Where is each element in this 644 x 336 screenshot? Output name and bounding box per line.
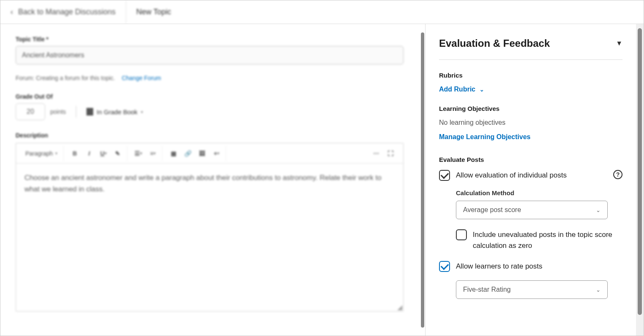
topic-title-label: Topic Title * — [16, 36, 409, 43]
back-to-manage-link[interactable]: ‹ Back to Manage Discussions — [0, 0, 126, 24]
chevron-down-icon: ▾ — [55, 151, 57, 156]
no-objectives-text: No learning objectives — [439, 119, 622, 126]
divider — [76, 106, 76, 118]
description-editor: Paragraph ▾ B I U▾ ✎ ☰▾ ≡▾ — [16, 143, 404, 312]
forum-text: Forum: Creating a forum for this topic. — [16, 75, 115, 81]
rating-scheme-select[interactable]: Five-star Rating ⌄ — [456, 280, 608, 299]
grade-out-of-label: Grade Out Of — [16, 93, 409, 100]
color-button[interactable]: ✎ — [111, 147, 124, 160]
fullscreen-button[interactable]: ⛶ — [384, 147, 397, 160]
resize-handle[interactable] — [396, 304, 402, 310]
bold-button[interactable]: B — [68, 147, 81, 160]
help-icon[interactable]: ? — [613, 170, 622, 179]
in-gradebook-dropdown[interactable]: In Grade Book ▾ — [86, 108, 143, 116]
main-scrollbar[interactable] — [421, 24, 425, 336]
calculation-method-label: Calculation Method — [456, 189, 622, 196]
page-heading: New Topic — [126, 8, 181, 16]
side-scrollbar-track[interactable] — [636, 24, 644, 336]
points-suffix: points — [50, 108, 66, 115]
topic-title-input[interactable] — [16, 46, 404, 65]
align-button[interactable]: ☰▾ — [132, 147, 145, 160]
list-button[interactable]: ≡▾ — [146, 147, 159, 160]
side-panel-title: Evaluation & Feedback — [439, 38, 550, 49]
allow-evaluation-checkbox[interactable] — [439, 170, 450, 181]
insert-button[interactable]: ▦ — [167, 147, 180, 160]
chevron-down-icon: ⌄ — [596, 207, 601, 213]
collapse-panel-button[interactable]: ▼ — [616, 40, 622, 47]
allow-evaluation-label: Allow evaluation of individual posts — [456, 170, 607, 181]
header-bar: ‹ Back to Manage Discussions New Topic — [0, 0, 644, 24]
paragraph-style-select[interactable]: Paragraph ▾ — [22, 150, 61, 157]
chevron-down-icon: ▾ — [141, 110, 143, 114]
add-rubric-button[interactable]: Add Rubric ⌄ — [439, 86, 484, 93]
main-panel: Topic Title * Forum: Creating a forum fo… — [0, 24, 421, 336]
editor-content[interactable]: Choose an ancient astronomer and write a… — [16, 164, 403, 203]
more-insert-button[interactable]: +▾ — [210, 147, 223, 160]
image-button[interactable]: 🖼 — [195, 147, 209, 160]
learning-objectives-label: Learning Objectives — [439, 105, 622, 112]
manage-objectives-link[interactable]: Manage Learning Objectives — [439, 133, 531, 141]
change-forum-link[interactable]: Change Forum — [122, 75, 161, 81]
side-panel: Evaluation & Feedback ▼ Rubrics Add Rubr… — [425, 24, 636, 336]
side-scrollbar-thumb[interactable] — [638, 28, 642, 315]
forum-info-line: Forum: Creating a forum for this topic. … — [16, 75, 409, 81]
more-actions-button[interactable]: ⋯ — [369, 147, 383, 160]
calculation-method-select[interactable]: Average post score ⌄ — [456, 201, 608, 219]
include-unevaluated-label: Include unevaluated posts in the topic s… — [473, 229, 622, 251]
rubrics-label: Rubrics — [439, 72, 622, 79]
underline-button[interactable]: U▾ — [97, 147, 110, 160]
gradebook-label: In Grade Book — [97, 108, 137, 116]
link-button[interactable]: 🔗 — [181, 147, 194, 160]
gradebook-icon — [86, 108, 93, 116]
back-label: Back to Manage Discussions — [18, 8, 116, 16]
editor-toolbar: Paragraph ▾ B I U▾ ✎ ☰▾ ≡▾ — [16, 143, 403, 164]
description-label: Description — [16, 132, 409, 139]
include-unevaluated-checkbox[interactable] — [456, 229, 467, 240]
chevron-down-icon: ⌄ — [480, 86, 484, 93]
italic-button[interactable]: I — [82, 147, 96, 160]
points-input[interactable] — [16, 103, 45, 120]
allow-rate-checkbox[interactable] — [439, 261, 450, 272]
chevron-down-icon: ⌄ — [596, 287, 601, 293]
evaluate-posts-label: Evaluate Posts — [439, 156, 622, 163]
allow-rate-label: Allow learners to rate posts — [456, 261, 622, 272]
chevron-left-icon: ‹ — [11, 8, 13, 16]
